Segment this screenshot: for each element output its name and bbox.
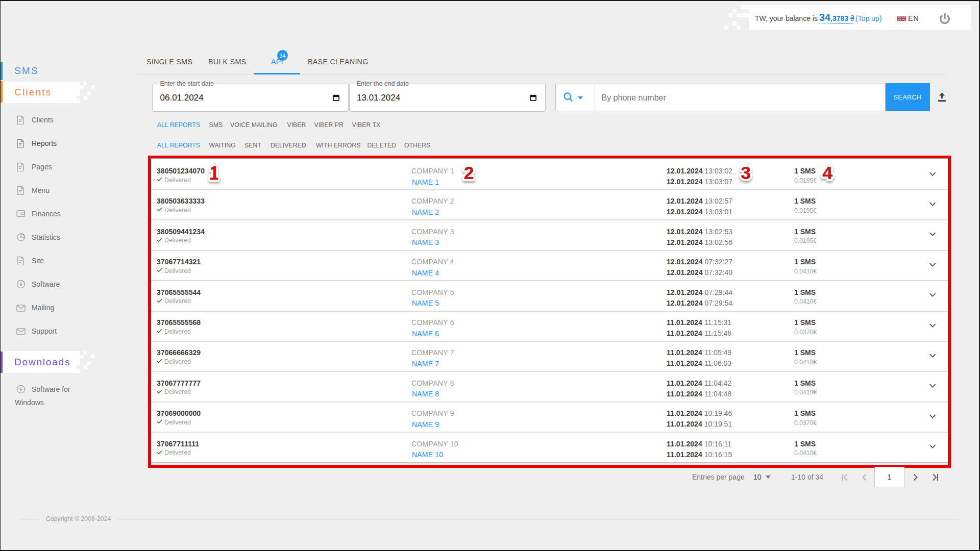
svg-text:4: 4 — [822, 163, 832, 183]
svg-text:3: 3 — [741, 163, 751, 183]
svg-text:2: 2 — [464, 163, 474, 183]
